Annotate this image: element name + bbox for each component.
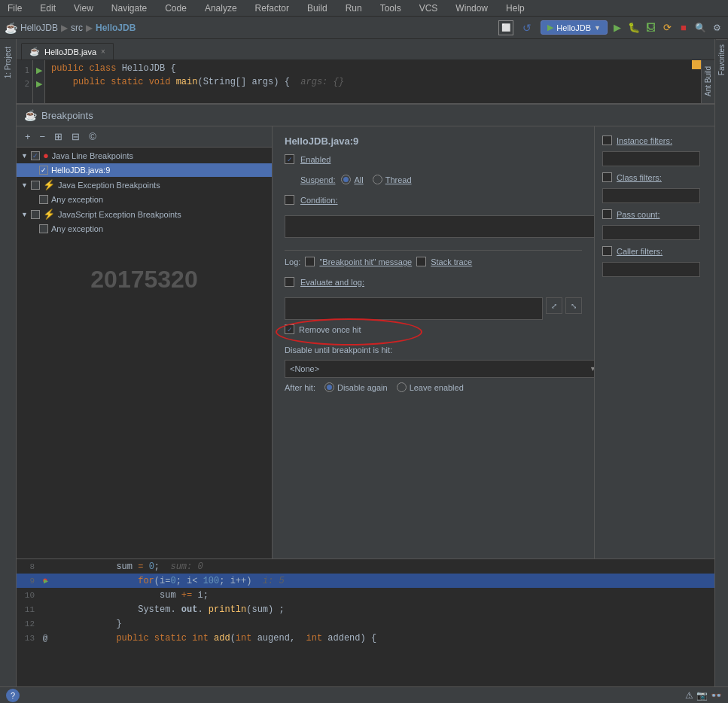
condition-input[interactable] <box>285 215 594 238</box>
caller-filter-check[interactable] <box>602 246 612 256</box>
enabled-checkbox[interactable] <box>285 154 294 164</box>
toolbar-back-icon[interactable]: ↺ <box>519 20 535 35</box>
code-panel-line-8: 8 sum = 0; sum: 0 <box>17 559 714 574</box>
group-label-js-exception: JavaScript Exception Breakpoints <box>58 210 181 219</box>
right-side-tabs: Favorites <box>714 39 728 686</box>
menu-help[interactable]: Help <box>501 2 529 15</box>
instance-filter-check[interactable] <box>602 135 612 145</box>
project-tab[interactable]: 1: Project <box>2 42 14 83</box>
group-check-js-exception[interactable] <box>31 210 40 219</box>
evaluate-collapse-btn[interactable]: ⤡ <box>565 297 582 314</box>
remove-once-hit-check[interactable] <box>285 324 294 334</box>
arrow-9: ▶ <box>44 577 48 586</box>
evaluate-expand-btn[interactable]: ⤢ <box>546 297 562 314</box>
disable-until-row: Disable until breakpoint is hit: <box>285 345 582 355</box>
class-filter-input[interactable] <box>602 188 700 203</box>
bottom-icon-camera[interactable]: 📷 <box>696 690 708 701</box>
disable-until-select[interactable]: <None> <box>285 360 594 378</box>
menu-refactor[interactable]: Refactor <box>251 2 294 15</box>
evaluate-log-check[interactable] <box>285 277 294 287</box>
line-num-2: 2 <box>17 77 32 90</box>
menu-code[interactable]: Code <box>160 2 191 15</box>
menu-build[interactable]: Build <box>303 2 332 15</box>
bp-add-button[interactable]: + <box>21 129 35 144</box>
stop-button[interactable]: ■ <box>677 21 690 35</box>
bp-expand-button[interactable]: ⊞ <box>50 129 66 144</box>
breadcrumb-sep2: ▶ <box>86 23 93 33</box>
bp-collapse-button[interactable]: ⊟ <box>68 129 84 144</box>
menu-file[interactable]: File <box>3 2 26 15</box>
project-icon: ☕ <box>5 22 17 34</box>
tree-group-header-java-exception[interactable]: ▼ ⚡ Java Exception Breakpoints <box>17 177 272 193</box>
ant-build-tab[interactable]: Ant Build <box>701 60 714 103</box>
expand-arrow-java-exception[interactable]: ▼ <box>21 181 28 189</box>
menu-run[interactable]: Run <box>341 2 367 15</box>
tree-item-any-exception-1[interactable]: Any exception <box>17 193 272 206</box>
bp-left-panel: + − ⊞ ⊟ © ▼ ✓ <box>17 126 273 558</box>
group-check-java-exception[interactable] <box>31 181 40 190</box>
debug-button[interactable]: 🐛 <box>627 21 641 35</box>
breadcrumb-root[interactable]: HelloJDB <box>20 23 58 33</box>
suspend-thread-radio[interactable]: Thread <box>373 175 412 184</box>
toolbar-icon-record[interactable]: ⬜ <box>498 20 513 35</box>
watermark-text: 20175320 <box>90 266 197 294</box>
leave-enabled-radio[interactable]: Leave enabled <box>397 382 464 392</box>
menu-view[interactable]: View <box>69 2 98 15</box>
watermark: 20175320 <box>17 236 272 324</box>
disable-again-radio[interactable]: Disable again <box>324 382 388 392</box>
profile-button[interactable]: ⟳ <box>660 21 674 35</box>
condition-row: Condition: <box>285 195 582 205</box>
item-check-any-exception-2[interactable] <box>39 224 48 233</box>
coverage-button[interactable]: ⛾ <box>644 21 657 35</box>
run-button[interactable]: ▶ <box>611 21 624 35</box>
settings-button[interactable]: ⚙ <box>710 21 723 35</box>
run-config-selector[interactable]: ▶ HelloJDB ▼ <box>541 20 608 35</box>
bp-remove-button[interactable]: − <box>36 129 50 144</box>
bp-left-toolbar: + − ⊞ ⊟ © <box>17 126 272 148</box>
bp-slot-2[interactable]: ▶ <box>33 77 44 90</box>
line-number-11: 11 <box>17 605 39 614</box>
instance-filter-input[interactable] <box>602 151 700 166</box>
bp-copy-button[interactable]: © <box>85 129 100 144</box>
tree-group-header-java-line[interactable]: ▼ ✓ ● Java Line Breakpoints <box>17 148 272 163</box>
favorites-tab[interactable]: Favorites <box>716 39 727 80</box>
class-filter-check[interactable] <box>602 172 612 182</box>
breadcrumb-file[interactable]: HelloJDB <box>96 23 136 33</box>
remove-once-container: Remove once hit <box>285 324 361 334</box>
tree-group-header-js-exception[interactable]: ▼ ⚡ JavaScript Exception Breakpoints <box>17 206 272 222</box>
breadcrumb-src[interactable]: src <box>71 23 83 33</box>
pass-count-input[interactable] <box>602 225 700 240</box>
bp-slot-1[interactable]: ▶ <box>33 63 44 77</box>
log-bp-msg-check[interactable] <box>305 257 315 266</box>
pass-count-check[interactable] <box>602 209 612 219</box>
tree-group-js-exception: ▼ ⚡ JavaScript Exception Breakpoints Any… <box>17 206 272 236</box>
expand-arrow-js-exception[interactable]: ▼ <box>21 211 28 218</box>
bottom-icon-glasses[interactable]: 👓 <box>711 690 722 701</box>
item-check-hellojdb-9[interactable]: ✓ <box>39 166 48 175</box>
tree-item-hellojdb-9[interactable]: ✓ HelloJDB.java:9 <box>17 163 272 177</box>
condition-checkbox[interactable] <box>285 195 294 205</box>
code-text-area: public class HelloJDB { public static vo… <box>45 60 701 103</box>
suspend-radio-group: All Thread <box>341 175 411 184</box>
suspend-all-radio[interactable]: All <box>341 175 363 184</box>
log-stack-trace-check[interactable] <box>416 257 426 266</box>
evaluate-input[interactable] <box>285 297 543 320</box>
tree-item-any-exception-2[interactable]: Any exception <box>17 222 272 236</box>
tab-close-button[interactable]: × <box>101 47 105 56</box>
tab-hellojdb[interactable]: ☕ HelloJDB.java × <box>21 43 114 59</box>
menu-navigate[interactable]: Navigate <box>107 2 151 15</box>
expand-arrow-java-line[interactable]: ▼ <box>21 152 28 160</box>
menu-vcs[interactable]: VCS <box>415 2 443 15</box>
bottom-icon-warning[interactable]: ⚠ <box>685 690 693 701</box>
item-check-any-exception-1[interactable] <box>39 195 48 204</box>
menu-edit[interactable]: Edit <box>35 2 60 15</box>
caller-filter-input[interactable] <box>602 262 700 277</box>
menu-analyze[interactable]: Analyze <box>200 2 242 15</box>
group-check-java-line[interactable]: ✓ <box>31 151 40 160</box>
menu-tools[interactable]: Tools <box>376 2 406 15</box>
menu-bar: File Edit View Navigate Code Analyze Ref… <box>0 0 728 17</box>
menu-window[interactable]: Window <box>451 2 492 15</box>
help-button[interactable]: ? <box>6 689 20 702</box>
search-button[interactable]: 🔍 <box>693 21 707 35</box>
code-text-8: sum = 0; sum: 0 <box>51 561 203 572</box>
